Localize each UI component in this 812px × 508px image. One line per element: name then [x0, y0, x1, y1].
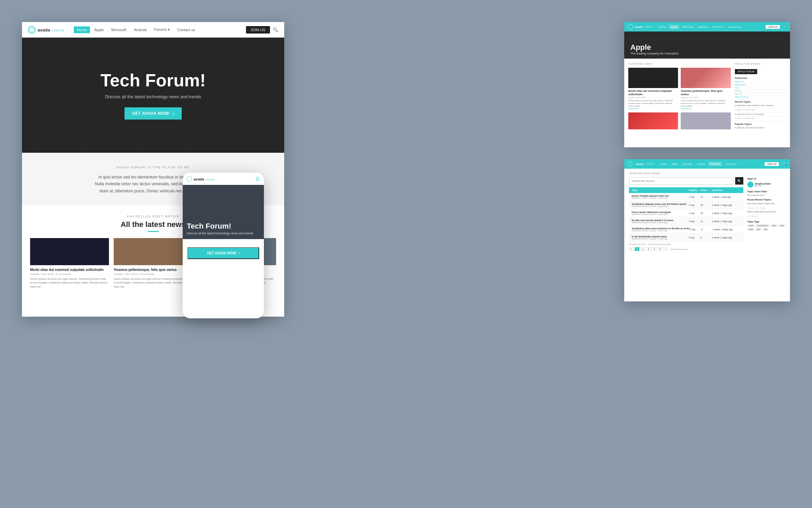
nav-link-android[interactable]: Android [131, 26, 150, 33]
apple-hero-subtitle: The leading company for innovation [630, 52, 679, 55]
apple-subforum-ipad[interactable]: iPad [735, 86, 786, 89]
hero-subtitle: Discuss all the latest technology news a… [100, 94, 206, 99]
nav-link-home[interactable]: Home [74, 26, 90, 33]
forums-table-row: Vestibulum aliquam purus non dui finibus… [629, 201, 743, 209]
forums-tag-latex[interactable]: latex [771, 224, 778, 227]
apple-logo-text: avada [635, 25, 643, 28]
apple-subforum-apps[interactable]: Applications [735, 83, 786, 86]
apple-feat-img-0 [628, 68, 678, 88]
apple-nav-forums[interactable]: Forums ▾ [710, 25, 725, 29]
forums-main-col: 🔍 Topic Replies Views Last Post Donec fr… [629, 177, 743, 251]
forums-user-row: danyDuchaine Big Title [747, 182, 786, 188]
apple-recent-date-0: 5 years, 5 months ago [735, 108, 786, 112]
forums-search-input[interactable] [629, 177, 733, 185]
forums-tag-node[interactable]: node [747, 228, 754, 231]
mobile-screenshot: avada FORUM ☰ Tech Forum! Discuss all th… [183, 173, 264, 318]
apple-recent-title: Recent Topics [735, 101, 786, 103]
forums-join-button[interactable]: JOIN US [765, 162, 779, 166]
apple-subforum-ios[interactable]: Apple iOS [735, 80, 786, 83]
apple-screenshot: avada FORUM Home Apple Microsoft Android… [624, 22, 790, 147]
forums-page-5[interactable]: 5 [658, 247, 662, 251]
forums-tag-app[interactable]: app [763, 228, 769, 231]
table-col-replies: Replies [689, 189, 700, 191]
forums-tag-php[interactable]: php [755, 228, 762, 231]
apple-nav-microsoft[interactable]: Microsoft [681, 25, 695, 29]
forums-tag-scala[interactable]: scala [747, 224, 755, 227]
hero-section: Tech Forum! Discuss all the latest techn… [22, 38, 284, 153]
apple-search-icon[interactable]: 🔍 [783, 25, 787, 28]
forums-nav-contact[interactable]: Contact us [724, 162, 738, 166]
nav-link-apple[interactable]: Apple [91, 26, 107, 33]
hero-cta-button[interactable]: GET AVADA NOW! › [125, 107, 182, 120]
desc-label: AVADA FORUM IS THE PLACE TO BE [42, 166, 264, 169]
forums-filter-title: Topic Views Filter [747, 190, 786, 193]
forums-nav-home[interactable]: Home [659, 162, 669, 166]
forums-table-row: Donec fringilla aliquam enim sedStarted … [629, 193, 743, 201]
news-divider [148, 231, 159, 232]
apple-subforum-other[interactable]: Other Products [735, 96, 786, 99]
forums-nav-forums[interactable]: Forums ▾ [708, 162, 722, 166]
join-button[interactable]: JOIN US [246, 26, 270, 34]
arrow-icon: › [173, 111, 174, 116]
apple-logo-circle [628, 24, 633, 29]
forums-filter-popular[interactable]: Most popular topics [747, 194, 786, 196]
forums-recent-1[interactable]: Niuol ut adliu quis iaculis lacinia [747, 210, 786, 214]
forums-page-4[interactable]: 4 [652, 247, 657, 251]
apple-nav-apple[interactable]: Apple [669, 25, 679, 29]
forums-view-all[interactable]: View All Discussion [670, 248, 688, 250]
logo-text: avada [38, 27, 50, 33]
forums-logo-text: avada [636, 163, 644, 166]
nav-link-forums[interactable]: Forums [151, 26, 173, 33]
apple-popular-0[interactable]: In placerat a dui non consectetur [735, 126, 786, 129]
apple-feat-text-1: Donec finibus sit amet orci eget ultrice… [681, 100, 730, 107]
mobile-menu-icon[interactable]: ☰ [255, 176, 260, 182]
forums-recent-date-1: 3 months ago [747, 214, 786, 218]
forums-nav-apple[interactable]: Apple [670, 162, 679, 166]
mobile-cta-button[interactable]: GET AVADA NOW! › [187, 247, 259, 259]
forums-page-1[interactable]: 1 [635, 247, 639, 251]
forums-page-prev[interactable]: « [629, 247, 634, 251]
news-card-0-img [30, 238, 109, 265]
news-card-1-img [114, 238, 193, 265]
forums-tags-title: Topic Tags [747, 220, 786, 223]
forums-page-next[interactable]: » [663, 247, 668, 251]
forums-page-3[interactable]: 3 [646, 247, 651, 251]
apple-read-more-1[interactable]: Read More › [681, 108, 730, 110]
hero-content: Tech Forum! Discuss all the latest techn… [100, 71, 206, 120]
apple-recent-1[interactable]: In placerat a dui non consectetur [735, 112, 786, 117]
mobile-hero-title: Tech Forum! [187, 222, 253, 230]
apple-subforum-macos[interactable]: Mac OS [735, 92, 786, 96]
hero-btn-label: GET AVADA NOW! [132, 111, 170, 116]
forums-nav-android[interactable]: Android [696, 162, 706, 166]
forums-logo-circle [628, 162, 632, 166]
mobile-hero: Tech Forum! Discuss all the latest techn… [183, 185, 264, 239]
forums-recent-0[interactable]: Eros luctus olileu ut libero tulio [747, 202, 786, 206]
apple-recent-0[interactable]: Ut adipiscing nulla habitant nulla is pl… [735, 104, 786, 108]
apple-nav-contact[interactable]: Contact us [726, 25, 743, 29]
mobile-hero-content: Tech Forum! Discuss all the latest techn… [187, 222, 253, 235]
forums-search-button[interactable]: 🔍 [735, 177, 743, 185]
forums-nav-microsoft[interactable]: Microsoft [681, 162, 693, 166]
forums-aside-col: Sign in danyDuchaine Big Title Topic Vie… [747, 177, 786, 251]
nav-link-microsoft[interactable]: Microsoft [108, 26, 130, 33]
apple-nav-home[interactable]: Home [657, 25, 668, 29]
search-icon[interactable]: 🔍 [273, 27, 278, 32]
apple-nav-android[interactable]: Android [696, 25, 709, 29]
apple-feat-title-1: Vivamus pellentesque, felis quis varius [681, 89, 730, 96]
mobile-logo-circle-icon [187, 176, 192, 182]
forums-search-icon[interactable]: 🔍 [783, 162, 787, 166]
news-card-1-text: Donec finibus sit amet orci eget ultrice… [114, 277, 193, 289]
forums-search-row: 🔍 [629, 177, 743, 185]
forums-sign-in-section: Sign in danyDuchaine Big Title [747, 177, 786, 188]
news-card-1: Vivamus pellentesque, felis quis varius … [114, 238, 193, 289]
apple-subforum-iphone[interactable]: iPhone [735, 89, 786, 92]
apple-bottom-img-1 [681, 112, 730, 129]
forums-tag-2mx[interactable]: 2mx [779, 224, 785, 227]
apple-read-more-0[interactable]: Read More › [628, 108, 678, 110]
apple-feat-card-0: Morbi vitae dui euismod vulputate sollic… [628, 68, 678, 110]
apple-forum-join-btn[interactable]: APPLE FORUM [735, 69, 757, 74]
forums-page-2[interactable]: 2 [640, 247, 645, 251]
nav-link-contact[interactable]: Contact us [174, 26, 198, 33]
forums-tag-scala-finibus[interactable]: scala finibus [756, 224, 770, 227]
apple-join-button[interactable]: JOIN US [766, 25, 780, 29]
